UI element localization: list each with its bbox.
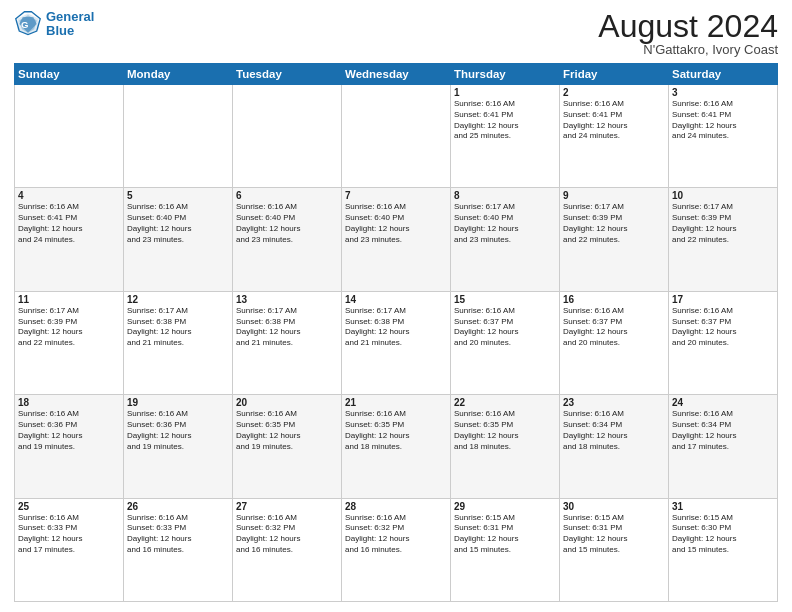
day-number: 21: [345, 397, 447, 408]
calendar-cell: 8Sunrise: 6:17 AM Sunset: 6:40 PM Daylig…: [451, 188, 560, 291]
calendar-cell: 10Sunrise: 6:17 AM Sunset: 6:39 PM Dayli…: [669, 188, 778, 291]
day-info: Sunrise: 6:17 AM Sunset: 6:38 PM Dayligh…: [127, 306, 229, 349]
calendar-cell: 17Sunrise: 6:16 AM Sunset: 6:37 PM Dayli…: [669, 291, 778, 394]
svg-text:G: G: [21, 19, 28, 30]
day-number: 12: [127, 294, 229, 305]
day-number: 27: [236, 501, 338, 512]
day-number: 18: [18, 397, 120, 408]
day-info: Sunrise: 6:16 AM Sunset: 6:35 PM Dayligh…: [454, 409, 556, 452]
day-number: 6: [236, 190, 338, 201]
col-header-thursday: Thursday: [451, 64, 560, 85]
day-number: 28: [345, 501, 447, 512]
day-number: 20: [236, 397, 338, 408]
page: G General Blue August 2024 N'Gattakro, I…: [0, 0, 792, 612]
calendar-cell: 21Sunrise: 6:16 AM Sunset: 6:35 PM Dayli…: [342, 395, 451, 498]
col-header-tuesday: Tuesday: [233, 64, 342, 85]
calendar-cell: 27Sunrise: 6:16 AM Sunset: 6:32 PM Dayli…: [233, 498, 342, 601]
logo-general: General: [46, 9, 94, 24]
calendar-cell: 24Sunrise: 6:16 AM Sunset: 6:34 PM Dayli…: [669, 395, 778, 498]
day-number: 1: [454, 87, 556, 98]
calendar-cell: 29Sunrise: 6:15 AM Sunset: 6:31 PM Dayli…: [451, 498, 560, 601]
logo-text: General Blue: [46, 10, 94, 39]
day-info: Sunrise: 6:16 AM Sunset: 6:34 PM Dayligh…: [672, 409, 774, 452]
day-info: Sunrise: 6:16 AM Sunset: 6:37 PM Dayligh…: [454, 306, 556, 349]
day-number: 11: [18, 294, 120, 305]
logo-icon: G: [14, 10, 42, 38]
day-info: Sunrise: 6:16 AM Sunset: 6:35 PM Dayligh…: [345, 409, 447, 452]
col-header-friday: Friday: [560, 64, 669, 85]
day-info: Sunrise: 6:16 AM Sunset: 6:35 PM Dayligh…: [236, 409, 338, 452]
calendar-cell: 1Sunrise: 6:16 AM Sunset: 6:41 PM Daylig…: [451, 85, 560, 188]
day-number: 25: [18, 501, 120, 512]
calendar-cell: 20Sunrise: 6:16 AM Sunset: 6:35 PM Dayli…: [233, 395, 342, 498]
day-info: Sunrise: 6:17 AM Sunset: 6:38 PM Dayligh…: [345, 306, 447, 349]
day-number: 15: [454, 294, 556, 305]
location-subtitle: N'Gattakro, Ivory Coast: [598, 42, 778, 57]
day-number: 14: [345, 294, 447, 305]
day-info: Sunrise: 6:17 AM Sunset: 6:38 PM Dayligh…: [236, 306, 338, 349]
day-info: Sunrise: 6:16 AM Sunset: 6:36 PM Dayligh…: [18, 409, 120, 452]
day-number: 31: [672, 501, 774, 512]
day-number: 24: [672, 397, 774, 408]
day-number: 3: [672, 87, 774, 98]
calendar-cell: 2Sunrise: 6:16 AM Sunset: 6:41 PM Daylig…: [560, 85, 669, 188]
calendar-cell: [233, 85, 342, 188]
calendar-cell: 12Sunrise: 6:17 AM Sunset: 6:38 PM Dayli…: [124, 291, 233, 394]
calendar-cell: 3Sunrise: 6:16 AM Sunset: 6:41 PM Daylig…: [669, 85, 778, 188]
calendar-cell: 23Sunrise: 6:16 AM Sunset: 6:34 PM Dayli…: [560, 395, 669, 498]
day-number: 23: [563, 397, 665, 408]
day-info: Sunrise: 6:15 AM Sunset: 6:30 PM Dayligh…: [672, 513, 774, 556]
day-info: Sunrise: 6:16 AM Sunset: 6:41 PM Dayligh…: [563, 99, 665, 142]
calendar-cell: 11Sunrise: 6:17 AM Sunset: 6:39 PM Dayli…: [15, 291, 124, 394]
day-info: Sunrise: 6:16 AM Sunset: 6:40 PM Dayligh…: [127, 202, 229, 245]
calendar-cell: 5Sunrise: 6:16 AM Sunset: 6:40 PM Daylig…: [124, 188, 233, 291]
logo: G General Blue: [14, 10, 94, 39]
calendar-cell: [342, 85, 451, 188]
day-info: Sunrise: 6:16 AM Sunset: 6:32 PM Dayligh…: [345, 513, 447, 556]
calendar-cell: 30Sunrise: 6:15 AM Sunset: 6:31 PM Dayli…: [560, 498, 669, 601]
day-info: Sunrise: 6:16 AM Sunset: 6:33 PM Dayligh…: [127, 513, 229, 556]
col-header-sunday: Sunday: [15, 64, 124, 85]
day-number: 10: [672, 190, 774, 201]
calendar-cell: 13Sunrise: 6:17 AM Sunset: 6:38 PM Dayli…: [233, 291, 342, 394]
calendar-cell: 19Sunrise: 6:16 AM Sunset: 6:36 PM Dayli…: [124, 395, 233, 498]
day-info: Sunrise: 6:16 AM Sunset: 6:41 PM Dayligh…: [18, 202, 120, 245]
day-info: Sunrise: 6:16 AM Sunset: 6:40 PM Dayligh…: [345, 202, 447, 245]
day-number: 9: [563, 190, 665, 201]
day-info: Sunrise: 6:17 AM Sunset: 6:39 PM Dayligh…: [18, 306, 120, 349]
day-number: 13: [236, 294, 338, 305]
calendar-cell: 4Sunrise: 6:16 AM Sunset: 6:41 PM Daylig…: [15, 188, 124, 291]
day-info: Sunrise: 6:16 AM Sunset: 6:33 PM Dayligh…: [18, 513, 120, 556]
calendar-cell: 25Sunrise: 6:16 AM Sunset: 6:33 PM Dayli…: [15, 498, 124, 601]
calendar-cell: 6Sunrise: 6:16 AM Sunset: 6:40 PM Daylig…: [233, 188, 342, 291]
calendar-cell: 26Sunrise: 6:16 AM Sunset: 6:33 PM Dayli…: [124, 498, 233, 601]
day-number: 22: [454, 397, 556, 408]
day-info: Sunrise: 6:16 AM Sunset: 6:40 PM Dayligh…: [236, 202, 338, 245]
col-header-monday: Monday: [124, 64, 233, 85]
day-info: Sunrise: 6:16 AM Sunset: 6:37 PM Dayligh…: [672, 306, 774, 349]
month-title: August 2024: [598, 10, 778, 42]
day-info: Sunrise: 6:16 AM Sunset: 6:32 PM Dayligh…: [236, 513, 338, 556]
calendar-cell: 22Sunrise: 6:16 AM Sunset: 6:35 PM Dayli…: [451, 395, 560, 498]
day-number: 2: [563, 87, 665, 98]
calendar-cell: 7Sunrise: 6:16 AM Sunset: 6:40 PM Daylig…: [342, 188, 451, 291]
calendar-cell: 14Sunrise: 6:17 AM Sunset: 6:38 PM Dayli…: [342, 291, 451, 394]
day-info: Sunrise: 6:16 AM Sunset: 6:41 PM Dayligh…: [672, 99, 774, 142]
calendar-cell: 15Sunrise: 6:16 AM Sunset: 6:37 PM Dayli…: [451, 291, 560, 394]
calendar-cell: 16Sunrise: 6:16 AM Sunset: 6:37 PM Dayli…: [560, 291, 669, 394]
calendar: SundayMondayTuesdayWednesdayThursdayFrid…: [14, 63, 778, 602]
col-header-wednesday: Wednesday: [342, 64, 451, 85]
day-info: Sunrise: 6:15 AM Sunset: 6:31 PM Dayligh…: [563, 513, 665, 556]
day-number: 26: [127, 501, 229, 512]
day-info: Sunrise: 6:16 AM Sunset: 6:36 PM Dayligh…: [127, 409, 229, 452]
calendar-cell: 9Sunrise: 6:17 AM Sunset: 6:39 PM Daylig…: [560, 188, 669, 291]
day-info: Sunrise: 6:17 AM Sunset: 6:39 PM Dayligh…: [563, 202, 665, 245]
day-number: 29: [454, 501, 556, 512]
calendar-cell: 18Sunrise: 6:16 AM Sunset: 6:36 PM Dayli…: [15, 395, 124, 498]
day-number: 8: [454, 190, 556, 201]
day-info: Sunrise: 6:16 AM Sunset: 6:41 PM Dayligh…: [454, 99, 556, 142]
calendar-cell: [15, 85, 124, 188]
day-number: 17: [672, 294, 774, 305]
day-number: 7: [345, 190, 447, 201]
title-area: August 2024 N'Gattakro, Ivory Coast: [598, 10, 778, 57]
